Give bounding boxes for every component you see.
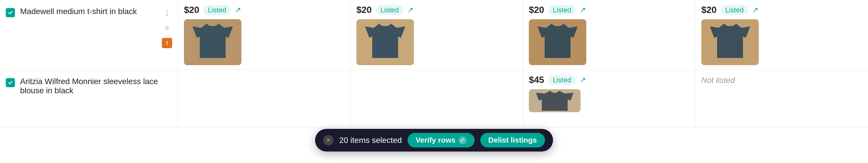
- price-1-3: $20: [529, 5, 544, 15]
- listing-cell-2-4: Not listed: [695, 70, 868, 127]
- verify-check-icon: ✓: [459, 136, 466, 144]
- delist-listings-button[interactable]: Delist listings: [480, 133, 545, 148]
- product-image-1-1: [184, 19, 242, 65]
- price-2-3: $45: [529, 75, 544, 85]
- listing-cell-2-2: [351, 70, 523, 127]
- external-link-1-4[interactable]: ↗: [752, 5, 758, 14]
- listed-badge-1-3: Listed: [548, 5, 576, 15]
- item-row-1: Madewell medium t-shirt in black ⋮ ☆ ! $…: [0, 0, 868, 70]
- product-image-1-4: [701, 19, 759, 65]
- item-title-1: Madewell medium t-shirt in black: [20, 7, 159, 16]
- listing-header-1-4: $20 Listed ↗: [701, 5, 758, 15]
- price-1-1: $20: [184, 5, 199, 15]
- listed-badge-1-2: Listed: [376, 5, 403, 15]
- product-image-1-2: [356, 19, 414, 65]
- verify-rows-button[interactable]: Verify rows ✓: [408, 133, 474, 148]
- listing-cell-1-2: $20 Listed ↗: [351, 0, 523, 70]
- main-container: Madewell medium t-shirt in black ⋮ ☆ ! $…: [0, 0, 868, 127]
- star-icon[interactable]: ☆: [162, 23, 172, 33]
- listing-header-1-1: $20 Listed ↗: [184, 5, 241, 15]
- product-image-2-3: [529, 89, 581, 112]
- listings-area-1: $20 Listed ↗ $20 Listed: [178, 0, 868, 70]
- listing-header-1-3: $20 Listed ↗: [529, 5, 586, 15]
- external-link-1-3[interactable]: ↗: [580, 5, 586, 14]
- listed-badge-2-3: Listed: [548, 75, 576, 85]
- price-1-2: $20: [356, 5, 372, 15]
- listing-cell-2-1: [178, 70, 351, 127]
- checkbox-1[interactable]: [6, 8, 15, 17]
- listing-header-1-2: $20 Listed ↗: [356, 5, 413, 15]
- listing-header-2-3: $45 Listed ↗: [529, 75, 586, 85]
- delist-listings-label: Delist listings: [488, 136, 537, 144]
- listings-area-2: $45 Listed ↗ Not listed: [178, 70, 868, 127]
- selection-toast: × 20 items selected Verify rows ✓ Delist…: [315, 129, 553, 152]
- item-actions-1: ⋮ ☆ !: [162, 7, 172, 48]
- checkbox-wrap-1[interactable]: [6, 8, 15, 17]
- listed-badge-1-4: Listed: [720, 5, 748, 15]
- external-link-1-2[interactable]: ↗: [407, 5, 413, 14]
- checkbox-wrap-2[interactable]: [6, 78, 15, 87]
- more-options-icon[interactable]: ⋮: [162, 8, 172, 19]
- listing-cell-1-1: $20 Listed ↗: [178, 0, 351, 70]
- alert-icon[interactable]: !: [162, 38, 172, 48]
- checkbox-2[interactable]: [6, 78, 15, 87]
- item-info-1: Madewell medium t-shirt in black ⋮ ☆ !: [0, 0, 178, 70]
- listed-badge-1-1: Listed: [203, 5, 231, 15]
- verify-rows-label: Verify rows: [415, 136, 456, 144]
- external-link-2-3[interactable]: ↗: [580, 75, 586, 85]
- item-row-2: Aritzia Wilfred Monnier sleeveless lace …: [0, 70, 868, 127]
- toast-selection-text: 20 items selected: [339, 136, 402, 145]
- item-title-2: Aritzia Wilfred Monnier sleeveless lace …: [20, 77, 172, 95]
- price-1-4: $20: [701, 5, 716, 15]
- listing-cell-2-3: $45 Listed ↗: [523, 70, 695, 127]
- listing-cell-1-3: $20 Listed ↗: [523, 0, 695, 70]
- external-link-1-1[interactable]: ↗: [235, 5, 241, 14]
- product-image-1-3: [529, 19, 586, 65]
- listing-cell-1-4: $20 Listed ↗: [695, 0, 868, 70]
- not-listed-label-2-4: Not listed: [701, 76, 735, 85]
- item-info-2: Aritzia Wilfred Monnier sleeveless lace …: [0, 70, 178, 127]
- toast-close-button[interactable]: ×: [323, 135, 333, 145]
